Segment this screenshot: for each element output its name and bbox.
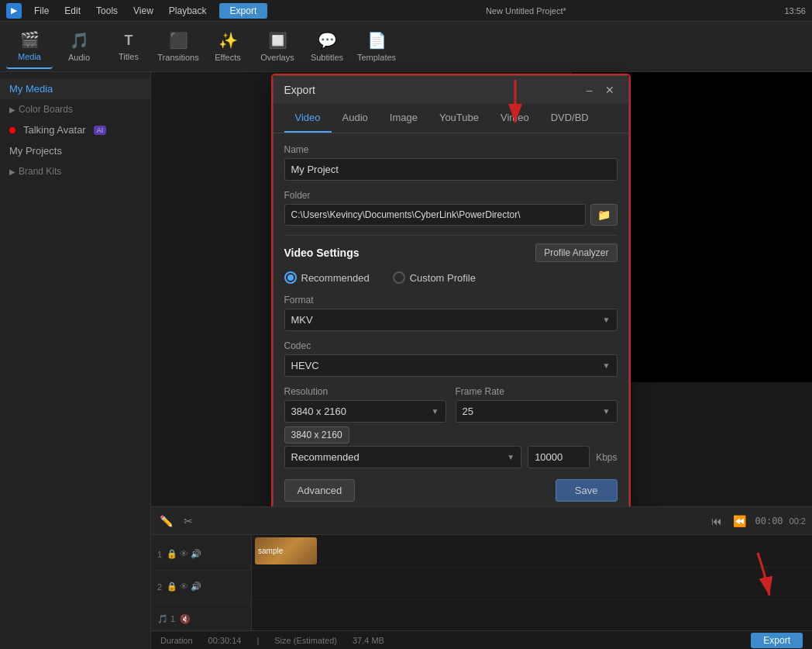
resolution-col: Resolution 3840 x 2160 ▼ 3840 x 2160 (284, 386, 446, 423)
save-button[interactable]: Save (556, 479, 618, 502)
toolbar-overlays[interactable]: 🔲 Overlays (254, 24, 301, 69)
skip-back-icon[interactable]: ⏮ (709, 513, 724, 530)
toolbar-transitions-label: Transitions (157, 53, 198, 62)
bitrate-row: Recommended ▼ Kbps (284, 446, 618, 468)
menu-edit[interactable]: Edit (61, 4, 84, 18)
toolbar-audio[interactable]: 🎵 Audio (56, 24, 102, 69)
track2-eye-icon[interactable]: 👁 (180, 582, 188, 592)
folder-row: 📁 (284, 204, 618, 226)
toolbar-templates[interactable]: 📄 Templates (353, 24, 400, 69)
recommended-radio[interactable]: Recommended (284, 271, 370, 284)
status-bar: Duration 00:30:14 | Size (Estimated) 37.… (151, 630, 812, 649)
menu-file[interactable]: File (31, 4, 52, 18)
red-dot-indicator (9, 127, 15, 133)
prev-frame-icon[interactable]: ⏪ (731, 513, 748, 530)
track-clip-1[interactable]: sample (255, 537, 317, 564)
sidebar-item-talking-avatar[interactable]: Talking Avatar AI (0, 119, 150, 140)
recommended-label: Recommended (301, 272, 370, 284)
video-settings-title: Video Settings (284, 247, 360, 259)
dialog-tabs: Video Audio Image YouTube Vimeo DVD/BD (274, 104, 628, 133)
tab-dvdbd[interactable]: DVD/BD (540, 104, 600, 133)
tab-vimeo[interactable]: Vimeo (490, 104, 540, 133)
ai-badge: AI (94, 126, 107, 135)
bitrate-mode-value: Recommended (291, 451, 360, 463)
titles-icon: T (125, 33, 133, 49)
name-input[interactable] (284, 158, 618, 181)
codec-dropdown[interactable]: HEVC ▼ (284, 354, 618, 377)
track2-lock-icon[interactable]: 🔒 (167, 582, 177, 592)
toolbar-media[interactable]: 🎬 Media (6, 24, 53, 69)
close-button[interactable]: ✕ (602, 82, 618, 98)
frame-rate-dropdown-arrow: ▼ (603, 407, 611, 416)
custom-radio-circle (393, 271, 405, 284)
folder-browse-button[interactable]: 📁 (590, 204, 618, 226)
sidebar-item-my-media[interactable]: My Media (0, 78, 150, 99)
profile-analyzer-button[interactable]: Profile Analyzer (535, 243, 617, 262)
my-media-label: My Media (9, 83, 53, 95)
folder-input[interactable] (284, 204, 586, 226)
track-lock-icon[interactable]: 🔒 (167, 549, 177, 559)
toolbar-templates-label: Templates (357, 53, 396, 62)
frame-rate-value: 25 (463, 406, 473, 417)
sidebar-item-my-projects[interactable]: My Projects (0, 140, 150, 161)
folder-label: Folder (284, 190, 618, 201)
toolbar-effects[interactable]: ✨ Effects (205, 24, 251, 69)
content-area: Export – ✕ Video Audio Image YouTube Vim… (151, 72, 812, 649)
bitrate-mode-arrow: ▼ (507, 453, 514, 461)
frame-rate-dropdown[interactable]: 25 ▼ (456, 400, 618, 423)
menu-view[interactable]: View (130, 4, 157, 18)
minimize-button[interactable]: – (583, 82, 596, 98)
toolbar-subtitles[interactable]: 💬 Subtitles (304, 24, 350, 69)
codec-label: Codec (284, 340, 618, 351)
color-boards-label: Color Boards (19, 104, 73, 115)
scissor-icon[interactable]: ✂ (181, 513, 195, 530)
bitrate-value-input[interactable] (528, 446, 590, 468)
sidebar-section-brand-kits[interactable]: ▶ Brand Kits (0, 161, 150, 181)
toolbar: 🎬 Media 🎵 Audio T Titles ⬛ Transitions ✨… (0, 22, 812, 72)
toolbar-effects-label: Effects (215, 53, 240, 62)
tab-youtube[interactable]: YouTube (428, 104, 490, 133)
track2-audio-icon[interactable]: 🔊 (191, 582, 201, 592)
project-title: New Untitled Project* (486, 6, 566, 16)
track-row-audio-1 (252, 600, 812, 633)
advanced-button[interactable]: Advanced (284, 479, 356, 502)
toolbar-titles[interactable]: T Titles (105, 24, 152, 69)
color-boards-arrow: ▶ (9, 105, 15, 114)
resolution-value: 3840 x 2160 (291, 406, 347, 417)
menu-playback[interactable]: Playback (166, 4, 210, 18)
sidebar: My Media ▶ Color Boards Talking Avatar A… (0, 72, 151, 649)
menu-tools[interactable]: Tools (93, 4, 121, 18)
name-group: Name (284, 144, 618, 181)
bitrate-mode-dropdown[interactable]: Recommended ▼ (284, 446, 522, 468)
folder-group: Folder 📁 (284, 190, 618, 226)
track-audio-icon[interactable]: 🔊 (191, 549, 201, 559)
duration-value: 00:30:14 (208, 636, 242, 645)
overlays-icon: 🔲 (268, 31, 287, 50)
custom-profile-radio[interactable]: Custom Profile (393, 271, 476, 284)
tab-audio[interactable]: Audio (332, 104, 379, 133)
track-label-2: 2 🔒 👁 🔊 (151, 571, 251, 603)
toolbar-subtitles-label: Subtitles (311, 53, 343, 62)
resolution-dropdown[interactable]: 3840 x 2160 ▼ (284, 400, 446, 423)
track-eye-icon[interactable]: 👁 (180, 549, 188, 559)
toolbar-overlays-label: Overlays (260, 53, 294, 62)
tab-image[interactable]: Image (379, 104, 428, 133)
toolbar-transitions[interactable]: ⬛ Transitions (155, 24, 201, 69)
action-row: Advanced Save (284, 479, 618, 502)
audio-mute-icon[interactable]: 🔇 (180, 614, 191, 624)
track-icons-2: 🔒 👁 🔊 (167, 582, 201, 592)
resolution-label: Resolution (284, 386, 446, 397)
dialog-header: Export – ✕ (274, 76, 628, 104)
name-label: Name (284, 144, 618, 155)
format-dropdown[interactable]: MKV ▼ (284, 309, 618, 331)
sidebar-section-color-boards[interactable]: ▶ Color Boards (0, 99, 150, 119)
pencil-icon[interactable]: ✏️ (157, 513, 175, 530)
export-bottom-button[interactable]: Export (751, 633, 803, 648)
subtitles-icon: 💬 (318, 31, 337, 50)
clip-label: sample (258, 547, 283, 555)
codec-group: Codec HEVC ▼ (284, 340, 618, 377)
tab-video[interactable]: Video (284, 104, 332, 133)
templates-icon: 📄 (367, 31, 387, 50)
top-export-button[interactable]: Export (219, 3, 268, 19)
profile-radio-row: Recommended Custom Profile (284, 271, 618, 284)
